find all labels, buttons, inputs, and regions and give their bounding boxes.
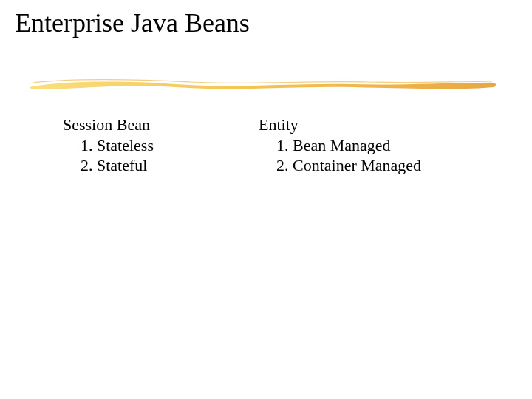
slide: Enterprise Java Beans Session Bean 1. St… — [0, 0, 532, 399]
entity-heading: Entity — [259, 115, 495, 135]
session-bean-block: Session Bean 1. Stateless 2. Stateful — [63, 115, 248, 176]
slide-title: Enterprise Java Beans — [15, 7, 250, 38]
entity-block: Entity 1. Bean Managed 2. Container Mana… — [259, 115, 495, 176]
entity-item-2: 2. Container Managed — [259, 155, 495, 176]
entity-item-1: 1. Bean Managed — [259, 135, 495, 156]
divider-stroke-icon — [28, 77, 497, 95]
session-bean-item-1: 1. Stateless — [63, 135, 248, 156]
content-columns: Session Bean 1. Stateless 2. Stateful En… — [0, 115, 532, 176]
session-bean-heading: Session Bean — [63, 115, 248, 135]
session-bean-item-2: 2. Stateful — [63, 155, 248, 176]
